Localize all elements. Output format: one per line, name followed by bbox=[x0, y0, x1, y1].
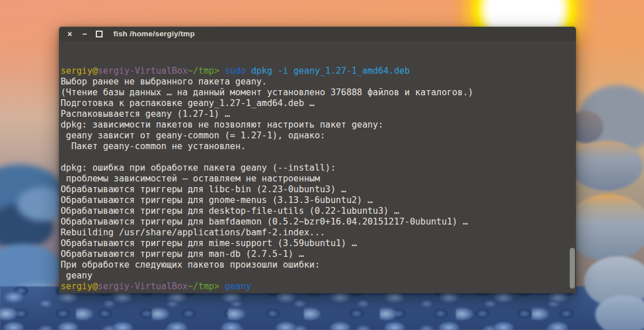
terminal-line: dpkg: ошибка при обработке пакета geany … bbox=[61, 163, 576, 174]
terminal-line: geany зависит от geany-common (= 1.27-1)… bbox=[61, 130, 576, 141]
window-titlebar[interactable]: × − fish /home/sergiy/tmp bbox=[59, 27, 576, 41]
terminal-output: sergiy@sergiy-VirtualBox~/tmp> sudo dpkg… bbox=[61, 66, 576, 292]
terminal-window: × − fish /home/sergiy/tmp sergiy@sergiy-… bbox=[59, 27, 576, 293]
terminal-line: Обрабатываются триггеры для bamfdaemon (… bbox=[61, 217, 576, 227]
maximize-icon bbox=[96, 31, 103, 37]
stone bbox=[570, 141, 643, 191]
stone bbox=[566, 194, 644, 261]
terminal-line: При обработке следующих пакетов произошл… bbox=[61, 260, 576, 270]
terminal-line: Обрабатываются триггеры для man-db (2.7.… bbox=[61, 249, 576, 260]
terminal-line: Выбор ранее не выбранного пакета geany. bbox=[61, 77, 576, 87]
terminal-line: sergiy@sergiy-VirtualBox~/tmp> sudo dpkg… bbox=[61, 66, 576, 77]
terminal-line: (Чтение базы данных … на данный момент у… bbox=[61, 87, 576, 98]
terminal-line: проблемы зависимостей — оставляем не нас… bbox=[61, 174, 576, 184]
terminal-line: Обрабатываются триггеры для desktop-file… bbox=[61, 206, 576, 217]
maximize-button[interactable] bbox=[94, 29, 104, 39]
scrollbar-thumb[interactable] bbox=[570, 248, 575, 289]
minimize-button[interactable]: − bbox=[79, 29, 90, 39]
terminal-line: Распаковывается geany (1.27-1) … bbox=[61, 109, 576, 120]
terminal-line: geany bbox=[61, 270, 576, 281]
terminal-line: Обрабатываются триггеры для libc-bin (2.… bbox=[61, 184, 576, 195]
terminal-line: Rebuilding /usr/share/applications/bamf-… bbox=[61, 227, 576, 238]
terminal-line: sergiy@sergiy-VirtualBox~/tmp> geany bbox=[61, 281, 576, 292]
terminal-line bbox=[61, 152, 576, 163]
window-title: fish /home/sergiy/tmp bbox=[113, 29, 195, 38]
terminal-line: Обрабатываются триггеры для mime-support… bbox=[61, 238, 576, 249]
terminal-line: dpkg: зависимости пакетов не позволяют н… bbox=[61, 120, 576, 130]
terminal-line: Обрабатываются триггеры для gnome-menus … bbox=[61, 195, 576, 206]
terminal-line: Подготовка к распаковке geany_1.27-1_amd… bbox=[61, 98, 576, 109]
terminal-content[interactable]: sergiy@sergiy-VirtualBox~/tmp> sudo dpkg… bbox=[59, 41, 576, 293]
terminal-line: Пакет geany-common не установлен. bbox=[61, 141, 576, 152]
close-button[interactable]: × bbox=[65, 29, 75, 39]
